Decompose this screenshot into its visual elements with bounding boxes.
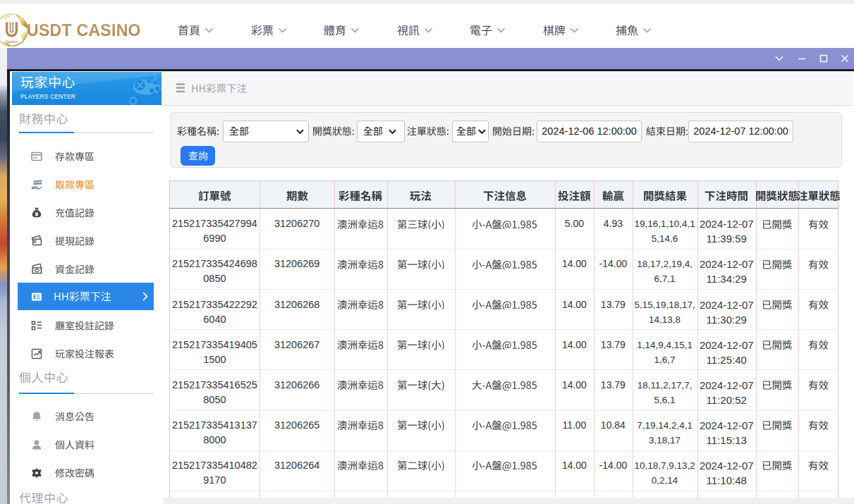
svg-text:Casino: Casino — [5, 39, 18, 44]
